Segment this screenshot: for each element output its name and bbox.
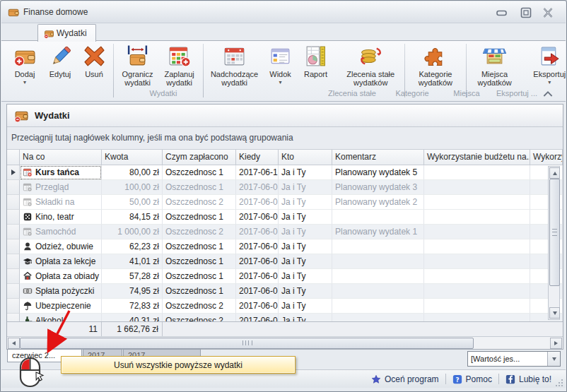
table-row[interactable]: Alkohol40,31 złOszczednosc 22017-06-0...… [7, 314, 563, 321]
minimize-button[interactable] [494, 7, 510, 18]
scroll-up-button[interactable] [549, 167, 560, 179]
cell-kwota: 62,23 zł [102, 239, 163, 254]
row-label: Odzież, obuwie [35, 242, 93, 251]
tab-label: Wydatki [57, 28, 87, 38]
table-row[interactable]: Kino, teatr84,15 złOszczednosc 12017-06-… [7, 210, 563, 225]
standing-orders-button[interactable]: Zlecenia stałe wydatków [340, 44, 401, 87]
filter-combobox[interactable]: [Wartość jes... [467, 351, 561, 367]
table-row[interactable]: Składki na50,00 złOszczednosc 22017-06-0… [7, 195, 563, 210]
cell-na-co: Odzież, obuwie [20, 239, 102, 254]
row-label: Opłata za obiady [35, 271, 99, 281]
table-row[interactable]: Przegląd100,00 złOszczednosc 12017-06-0.… [7, 180, 563, 195]
limit-expenses-button[interactable]: Ogranicz wydatki [117, 44, 158, 87]
delete-button[interactable]: Usuń [78, 44, 110, 78]
help-link[interactable]: ?Pomoc [452, 374, 492, 384]
vertical-scrollbar[interactable] [548, 166, 560, 320]
footer-indicator-cell [7, 322, 20, 336]
grid-header-row: Na coKwotaCzym zapłaconoKiedyKtoKomentar… [7, 150, 563, 165]
cell-wykorzystanie-budzetu [424, 299, 530, 314]
places-button[interactable]: Miejsca wydatków [470, 44, 520, 87]
column-header-kwota[interactable]: Kwota [102, 150, 163, 165]
collapse-ribbon-button[interactable] [542, 88, 554, 97]
table-row[interactable]: Odzież, obuwie62,23 złOszczednosc 12017-… [7, 239, 563, 254]
ribbon-toolbar: Dodaj▾EdytujUsuńOgranicz wydatkiZaplanuj… [1, 40, 566, 102]
cell-kwota: 80,00 zł [102, 165, 163, 180]
status-item-label: Oceń program [385, 374, 439, 384]
resize-grip[interactable] [556, 378, 564, 386]
column-header-komentarz[interactable]: Komentarz [332, 150, 424, 165]
row-label: Spłata pożyczki [35, 286, 94, 296]
cell-wykorzystanie-budzetu [424, 210, 530, 225]
table-row[interactable]: Opłata za obiady57,28 złOszczednosc 1201… [7, 269, 563, 284]
plan-expenses-button[interactable]: Zaplanuj wydatki [159, 44, 199, 87]
app-wallet-icon [8, 6, 20, 18]
dropdown-button[interactable] [547, 352, 560, 366]
horizontal-scrollbar[interactable] [7, 336, 563, 349]
footer-count: 11 [20, 322, 102, 336]
cell-na-co: Kino, teatr [20, 210, 102, 225]
ribbon-button-label: Kategorie wydatków [409, 70, 462, 87]
ribbon-button-label: Edytuj [49, 70, 71, 78]
column-header-wykorzy[interactable]: Wykorzy... [530, 150, 563, 165]
table-row[interactable]: Opłata za lekcje41,01 złOszczednosc 1201… [7, 254, 563, 269]
maximize-button[interactable] [518, 7, 534, 18]
cell-komentarz: Planowany wydatek 1 [332, 225, 424, 239]
upcoming-expenses-button[interactable]: Nadchodzące wydatki [207, 44, 262, 87]
column-header-kto[interactable]: Kto [279, 150, 332, 165]
thumb-grip [552, 229, 557, 236]
add-button[interactable]: Dodaj▾ [8, 44, 42, 85]
table-row[interactable]: Kurs tańca80,00 złOszczednosc 12017-06-1… [7, 165, 563, 180]
export-button[interactable]: Eksportuj▾ [527, 44, 567, 85]
row-indicator [7, 225, 20, 239]
table-row[interactable]: Ubezpieczenie72,83 złOszczednosc 22017-0… [7, 299, 563, 314]
cell-na-co: Opłata za lekcje [20, 254, 102, 269]
group-by-panel[interactable]: Przeciągnij tutaj nagłówek kolumny, jeśl… [7, 127, 563, 150]
status-separator [498, 374, 499, 384]
cell-kiedy: 2017-06-0... [236, 195, 279, 210]
banknote-icon [23, 286, 33, 296]
view-button[interactable]: Widok▾ [264, 44, 298, 85]
cell-kiedy: 2017-06-1... [236, 165, 279, 180]
vertical-scroll-thumb[interactable] [549, 179, 560, 286]
wallet-add-icon [13, 44, 37, 68]
cell-kto: Ja i Ty [279, 269, 332, 284]
star-icon [371, 374, 381, 384]
row-label: Kino, teatr [35, 212, 74, 222]
horizontal-scroll-thumb[interactable] [20, 338, 474, 349]
like-link[interactable]: Lubię to! [505, 374, 551, 384]
close-button[interactable] [540, 7, 556, 18]
column-header-na-co[interactable]: Na co [20, 150, 102, 165]
column-header-wykorzystanie-budzetu[interactable]: Wykorzystanie budżetu na... [424, 150, 530, 165]
table-row[interactable]: Spłata pożyczki74,95 złOszczednosc 12017… [7, 284, 563, 299]
categories-button[interactable]: Kategorie wydatków [409, 44, 462, 87]
table-row[interactable]: Samochód1 000,00 złOszczednosc 22017-06-… [7, 225, 563, 239]
ribbon-group-label: Wydatki [7, 89, 320, 99]
cell-kwota: 50,00 zł [102, 195, 163, 210]
row-indicator [7, 239, 20, 254]
column-header-czym-zaplacono[interactable]: Czym zapłacono [163, 150, 236, 165]
ribbon-button-label: Usuń [85, 70, 103, 78]
cell-czym-zaplacono: Oszczednosc 2 [163, 314, 236, 321]
scroll-down-button[interactable] [549, 307, 560, 319]
ribbon-group-label: Zlecenia stałe [321, 89, 383, 99]
column-header-kiedy[interactable]: Kiedy [236, 150, 279, 165]
scroll-left-button[interactable] [8, 338, 20, 349]
row-label: Alkohol [35, 316, 63, 321]
rate-program-link[interactable]: Oceń program [371, 374, 439, 384]
edit-button[interactable]: Edytuj [43, 44, 77, 78]
report-icon [304, 44, 327, 68]
cell-komentarz: Planowany wydatek 5 [332, 165, 424, 180]
cell-czym-zaplacono: Oszczednosc 2 [163, 195, 236, 210]
tab-wydatki[interactable]: Wydatki [37, 24, 96, 42]
cell-wykorzystanie-budzetu [424, 195, 530, 210]
cell-czym-zaplacono: Oszczednosc 1 [163, 254, 236, 269]
cell-czym-zaplacono: Oszczednosc 2 [163, 299, 236, 314]
cell-kto: Ja i Ty [279, 225, 332, 239]
report-button[interactable]: Raport [299, 44, 333, 78]
cell-wykorzystanie-budzetu [424, 254, 530, 269]
grid-body: Kurs tańca80,00 złOszczednosc 12017-06-1… [7, 165, 563, 321]
triangle-left-icon [12, 341, 16, 345]
wallet-minus-icon [44, 28, 54, 39]
scroll-right-button[interactable] [550, 338, 562, 349]
triangle-right-icon [554, 341, 558, 345]
